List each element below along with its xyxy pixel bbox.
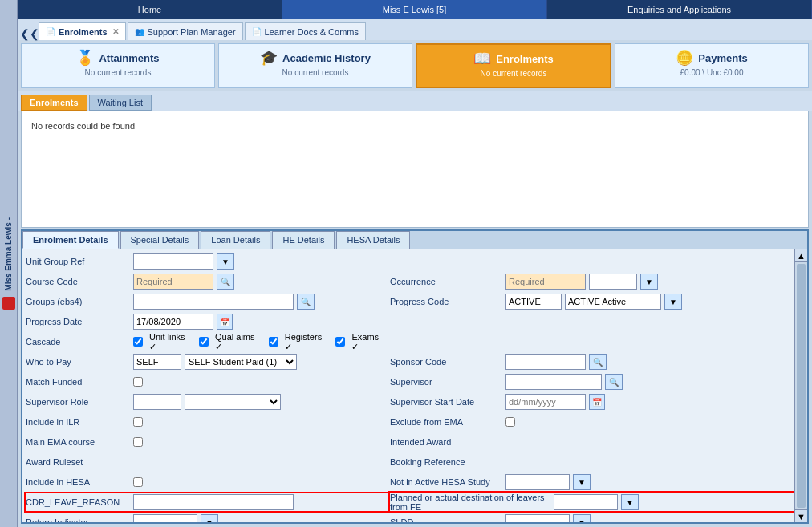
check-include-ilr[interactable]: [133, 417, 143, 427]
input-planned-destination[interactable]: [554, 494, 618, 510]
input-who-to-pay[interactable]: [133, 354, 181, 370]
label-planned-destination: Planned or actual destination of leavers…: [390, 493, 550, 512]
tab-enrolments[interactable]: 📄 Enrolments ✕: [39, 22, 126, 40]
nav-home[interactable]: Home: [18, 0, 282, 19]
label-match-funded: Match Funded: [26, 377, 130, 387]
sponsor-code-search-btn[interactable]: 🔍: [589, 354, 607, 370]
input-supervisor[interactable]: [505, 374, 602, 390]
tab-close-enrolments[interactable]: ✕: [112, 27, 119, 36]
check-qual-aims-label: Qual aims ✓: [215, 332, 262, 352]
row-award-ruleset: Award Ruleset Booking Reference: [26, 453, 804, 471]
panel-enrolments[interactable]: 📖 Enrolments No current records: [416, 43, 611, 88]
cascade-checks: Unit links ✓ Qual aims ✓ Registers ✓ Exa…: [133, 332, 387, 352]
label-unit-group-ref: Unit Group Ref: [26, 257, 130, 266]
sldd-dropdown[interactable]: ▼: [573, 514, 591, 522]
label-groups: Groups (ebs4): [26, 297, 130, 306]
hat-icon: 🎓: [260, 49, 278, 67]
progress-date-calendar-btn[interactable]: 📅: [217, 314, 233, 330]
input-occurrence-2[interactable]: [589, 274, 637, 290]
supervisor-start-date-calendar-btn[interactable]: 📅: [589, 394, 605, 410]
check-main-ema[interactable]: [133, 437, 143, 447]
check-exams-label: Exams ✓: [351, 332, 387, 352]
row-cascade: Cascade Unit links ✓ Qual aims ✓ Registe…: [26, 333, 804, 351]
input-course-code[interactable]: [133, 274, 213, 290]
check-registers[interactable]: [269, 337, 278, 347]
input-progress-code[interactable]: [505, 294, 562, 310]
course-code-search-btn[interactable]: 🔍: [217, 274, 234, 290]
input-unit-group-ref[interactable]: [133, 253, 213, 270]
input-cdr-leave-reason[interactable]: [133, 494, 294, 510]
form-tab-special-details[interactable]: Special Details: [120, 231, 200, 249]
input-progress-code-desc[interactable]: [565, 294, 661, 310]
panel-attainments[interactable]: 🏅 Attainments No current records: [21, 43, 215, 88]
form-tab-hesa-details[interactable]: HESA Details: [336, 231, 410, 249]
not-active-hesa-dropdown[interactable]: ▼: [573, 474, 591, 490]
form-tab-enrolment-details[interactable]: Enrolment Details: [22, 231, 119, 249]
input-supervisor-role[interactable]: [133, 394, 181, 410]
input-supervisor-start-date[interactable]: [505, 394, 586, 410]
tab-expand-btn[interactable]: ❮❮: [21, 27, 39, 40]
input-progress-date[interactable]: [133, 314, 213, 330]
row-return-indicator: Return Indicator ▼ SLDD ▼: [26, 513, 804, 522]
sub-tab-waiting-list[interactable]: Waiting List: [89, 95, 152, 111]
row-include-ilr: Include in ILR Exclude from EMA: [26, 413, 804, 431]
input-sldd[interactable]: [505, 514, 570, 522]
input-sponsor-code[interactable]: [505, 354, 586, 370]
unit-group-ref-dropdown-btn[interactable]: ▼: [217, 253, 234, 270]
medal-icon: 🏅: [76, 49, 94, 67]
label-sponsor-code: Sponsor Code: [390, 357, 502, 367]
row-supervisor-role: Supervisor Role Supervisor Start Date 📅: [26, 393, 804, 411]
label-cdr-leave-reason: CDR_LEAVE_REASON: [26, 497, 130, 507]
row-groups: Groups (ebs4) 🔍 Progress Code ▼: [26, 293, 804, 310]
panel-academic-history[interactable]: 🎓 Academic History No current records: [218, 43, 412, 88]
form-tab-he-details[interactable]: HE Details: [272, 231, 335, 249]
label-occurrence: Occurrence: [390, 277, 502, 286]
check-match-funded[interactable]: [133, 377, 143, 387]
scrollbar-up-btn[interactable]: ▲: [795, 249, 807, 262]
input-groups[interactable]: [133, 294, 294, 310]
form-scrollbar: ▲ ▼: [794, 249, 807, 522]
occurrence-dropdown-btn[interactable]: ▼: [640, 274, 658, 290]
sub-tab-enrolments[interactable]: Enrolments: [21, 95, 87, 111]
label-main-ema: Main EMA course: [26, 437, 130, 447]
planned-destination-dropdown[interactable]: ▼: [621, 494, 639, 510]
check-unit-links[interactable]: [133, 337, 143, 347]
nav-enquiries[interactable]: Enquiries and Applications: [547, 0, 812, 19]
scrollbar-down-btn[interactable]: ▼: [795, 509, 807, 522]
tab-support-plan[interactable]: 👥 Support Plan Manager: [128, 22, 243, 40]
tab-learner-docs[interactable]: 📄 Learner Docs & Comms: [245, 22, 366, 40]
form-tab-loan-details[interactable]: Loan Details: [201, 231, 270, 249]
input-return-indicator[interactable]: [133, 514, 197, 522]
label-include-hesa: Include in HESA: [26, 477, 130, 487]
row-who-to-pay: Who to Pay SELF Student Paid (1) Sponsor…: [26, 353, 804, 371]
book-icon: 📖: [473, 50, 491, 67]
check-exams[interactable]: [335, 337, 345, 347]
check-exclude-ema[interactable]: [505, 417, 515, 427]
row-include-hesa: Include in HESA Not in Active HESA Study…: [26, 473, 804, 491]
groups-search-btn[interactable]: 🔍: [297, 294, 315, 310]
label-intended-award: Intended Award: [390, 437, 502, 447]
input-not-active-hesa[interactable]: [505, 474, 570, 490]
sidebar-label: Miss Emma Lewis -: [4, 217, 13, 291]
check-qual-aims[interactable]: [199, 337, 209, 347]
select-who-to-pay[interactable]: SELF Student Paid (1): [185, 354, 297, 370]
check-include-hesa[interactable]: [133, 477, 143, 487]
label-course-code: Course Code: [26, 277, 130, 286]
select-supervisor-role[interactable]: [185, 394, 281, 410]
label-supervisor-start-date: Supervisor Start Date: [390, 397, 502, 407]
nav-user[interactable]: Miss E Lewis [5]: [282, 0, 547, 19]
progress-code-dropdown-btn[interactable]: ▼: [664, 294, 682, 310]
supervisor-search-btn[interactable]: 🔍: [605, 374, 623, 390]
form-section: Enrolment Details Special Details Loan D…: [21, 229, 809, 524]
return-indicator-dropdown[interactable]: ▼: [201, 514, 218, 522]
panel-payments[interactable]: 🪙 Payments £0.00 \ Unc £0.00: [615, 43, 809, 88]
scrollbar-thumb[interactable]: [797, 264, 806, 508]
row-cdr-leave: CDR_LEAVE_REASON Planned or actual desti…: [26, 493, 804, 511]
check-unit-links-label: Unit links ✓: [149, 332, 193, 352]
label-progress-date: Progress Date: [26, 317, 130, 326]
top-nav: Home Miss E Lewis [5] Enquiries and Appl…: [18, 0, 812, 19]
input-occurrence[interactable]: [505, 274, 586, 290]
label-supervisor-role: Supervisor Role: [26, 397, 130, 407]
coin-icon: 🪙: [676, 49, 693, 67]
sidebar-action-button[interactable]: [2, 297, 15, 310]
